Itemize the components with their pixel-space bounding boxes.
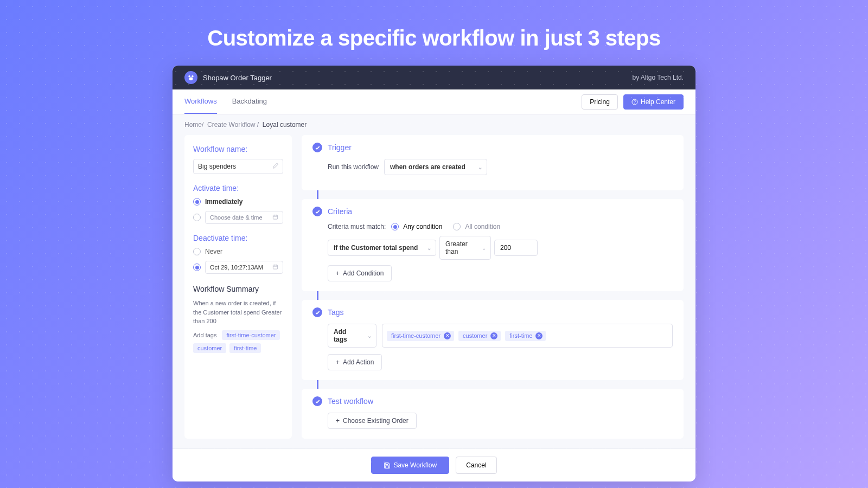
step-trigger: Trigger Run this workflow when orders ar… — [302, 135, 684, 190]
help-icon — [631, 99, 638, 105]
edit-icon[interactable] — [272, 163, 279, 171]
save-workflow-button[interactable]: Save Workflow — [371, 457, 449, 474]
main-steps: Trigger Run this workflow when orders ar… — [302, 135, 684, 439]
app-logo-icon — [184, 71, 197, 84]
app-header: Shopaw Order Tagger by Altgo Tech Ltd. — [173, 66, 695, 89]
step-connector — [317, 291, 318, 300]
svg-point-1 — [192, 75, 194, 78]
criteria-all-radio[interactable] — [453, 223, 461, 230]
deactivate-never-label: Never — [205, 248, 222, 255]
vendor-label: by Altgo Tech Ltd. — [632, 74, 684, 81]
help-center-button[interactable]: Help Center — [623, 94, 684, 110]
footer-bar: Save Workflow Cancel — [173, 448, 695, 481]
breadcrumb-current: Loyal customer — [263, 121, 307, 129]
check-icon — [312, 307, 322, 317]
sidebar-panel: Workflow name: Activate time: Immediatel… — [184, 135, 292, 439]
deactivate-never-radio[interactable] — [193, 248, 201, 255]
summary-tag: customer — [193, 343, 226, 353]
step-connector — [317, 380, 318, 389]
svg-rect-6 — [273, 265, 277, 269]
deactivate-date-input[interactable]: Oct 29, 10:27:13AM — [205, 261, 283, 274]
save-icon — [384, 462, 391, 469]
activate-immediately-label: Immediately — [205, 198, 242, 206]
workflow-name-input[interactable] — [193, 159, 283, 174]
check-icon — [312, 396, 322, 406]
remove-tag-icon[interactable]: ✕ — [490, 332, 497, 339]
step-trigger-title: Trigger — [328, 143, 352, 152]
activate-immediately-radio[interactable] — [193, 198, 201, 206]
criteria-any-label: Any condition — [403, 223, 442, 230]
step-connector — [317, 190, 318, 199]
tag-chip: first-time ✕ — [505, 331, 546, 341]
summary-tag-list: Add tags first-time-customer customer fi… — [193, 330, 283, 353]
workflow-summary-label: Workflow Summary — [193, 285, 283, 293]
choose-order-button[interactable]: + Choose Existing Order — [328, 413, 417, 429]
step-tags: Tags Add tags ⌄ first-time-customer ✕ — [302, 300, 684, 380]
criteria-operator-select[interactable]: Greater than ⌄ — [439, 236, 491, 260]
add-condition-button[interactable]: + Add Condition — [328, 265, 392, 281]
cancel-button[interactable]: Cancel — [456, 457, 496, 474]
activate-date-input[interactable]: Choose date & time — [205, 211, 283, 224]
activate-scheduled-radio[interactable] — [193, 214, 201, 221]
svg-rect-5 — [273, 215, 277, 219]
workflow-name-label: Workflow name: — [193, 145, 283, 153]
hero-title: Customize a specific workflow in just 3 … — [0, 0, 868, 50]
deactivate-time-label: Deactivate time: — [193, 234, 283, 242]
activate-time-label: Activate time: — [193, 184, 283, 192]
step-test: Test workflow + Choose Existing Order — [302, 389, 684, 439]
breadcrumb: Home/ Create Workflow / Loyal customer — [173, 114, 695, 135]
criteria-any-radio[interactable] — [391, 223, 399, 230]
remove-tag-icon[interactable]: ✕ — [444, 332, 451, 339]
tab-workflows[interactable]: Workflows — [184, 89, 217, 114]
svg-point-2 — [189, 77, 193, 80]
content-area: Workflow name: Activate time: Immediatel… — [173, 135, 695, 448]
summary-addtags-label: Add tags — [193, 332, 216, 338]
tag-chip: customer ✕ — [458, 331, 501, 341]
step-tags-title: Tags — [328, 308, 344, 317]
chevron-down-icon: ⌄ — [482, 245, 486, 251]
deactivate-scheduled-radio[interactable] — [193, 264, 201, 271]
criteria-all-label: All condition — [465, 223, 500, 230]
check-icon — [312, 207, 322, 216]
chevron-down-icon: ⌄ — [367, 333, 372, 339]
app-window: Shopaw Order Tagger by Altgo Tech Ltd. W… — [173, 66, 695, 481]
criteria-match-label: Criteria must match: — [328, 223, 386, 230]
tag-chip: first-time-customer ✕ — [387, 331, 454, 341]
check-icon — [312, 143, 322, 152]
calendar-icon — [272, 264, 278, 271]
tab-backdating[interactable]: Backdating — [232, 89, 267, 114]
plus-icon: + — [336, 269, 340, 277]
calendar-icon — [272, 214, 278, 221]
breadcrumb-home[interactable]: Home — [184, 121, 202, 129]
summary-tag: first-time — [229, 343, 261, 353]
chevron-down-icon: ⌄ — [427, 245, 431, 251]
svg-point-0 — [188, 75, 190, 78]
tabs-bar: Workflows Backdating Pricing Help Center — [173, 89, 695, 114]
tags-action-select[interactable]: Add tags ⌄ — [328, 324, 376, 348]
add-action-button[interactable]: + Add Action — [328, 354, 382, 370]
app-name: Shopaw Order Tagger — [203, 74, 272, 82]
chevron-down-icon: ⌄ — [478, 164, 482, 170]
criteria-value-input[interactable] — [494, 240, 538, 256]
workflow-summary-text: When a new order is created, if the Cust… — [193, 299, 283, 326]
plus-icon: + — [336, 358, 340, 366]
step-criteria: Criteria Criteria must match: Any condit… — [302, 199, 684, 291]
pricing-button[interactable]: Pricing — [582, 94, 618, 110]
plus-icon: + — [336, 417, 340, 425]
svg-point-4 — [635, 103, 635, 104]
remove-tag-icon[interactable]: ✕ — [535, 332, 542, 339]
tags-input[interactable]: first-time-customer ✕ customer ✕ first-t… — [382, 324, 673, 348]
criteria-field-select[interactable]: if the Customer total spend ⌄ — [328, 240, 436, 256]
step-test-title: Test workflow — [328, 397, 373, 406]
trigger-run-label: Run this workflow — [328, 163, 379, 171]
breadcrumb-create[interactable]: Create Workflow — [207, 121, 255, 129]
summary-tag: first-time-customer — [222, 330, 280, 340]
trigger-event-select[interactable]: when orders are created ⌄ — [384, 159, 487, 175]
step-criteria-title: Criteria — [328, 207, 352, 216]
